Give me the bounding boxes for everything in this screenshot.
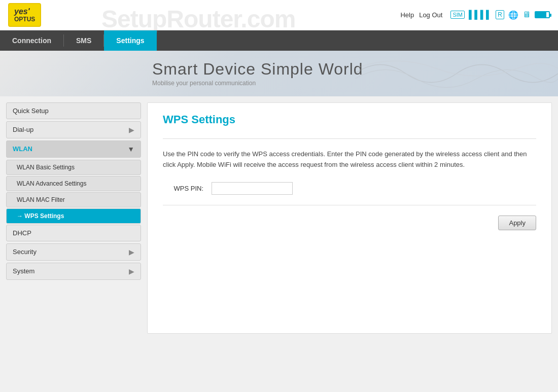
globe-icon: 🌐	[508, 10, 518, 20]
sidebar-item-dialup[interactable]: Dial-up ▶	[6, 121, 141, 138]
banner: Smart Device Simple World Mobilise your …	[0, 51, 558, 96]
sidebar-label-quick-setup: Quick Setup	[13, 107, 49, 115]
nav-bar: Connection SMS Settings	[0, 30, 558, 51]
signal-icon: ▌▌▌▌	[469, 10, 492, 19]
battery-icon	[535, 11, 550, 18]
description-text: Use the PIN code to verify the WPS acces…	[163, 149, 536, 170]
sidebar-subitem-wlan-basic[interactable]: WLAN Basic Settings	[6, 160, 141, 175]
logo-area: yes' OPTUS	[8, 3, 41, 27]
nav-sms[interactable]: SMS	[64, 30, 103, 51]
top-right: Help Log Out SIM ▌▌▌▌ R 🌐 🖥	[400, 10, 550, 20]
sidebar-item-security[interactable]: Security ▶	[6, 243, 141, 261]
sidebar-label-wlan: WLAN	[13, 145, 32, 153]
content-wrapper: Quick Setup Dial-up ▶ WLAN ▼ WLAN Basic …	[0, 96, 558, 340]
nav-settings[interactable]: Settings	[104, 30, 156, 51]
button-row: Apply	[163, 216, 536, 230]
page-divider	[163, 138, 536, 139]
security-arrow-icon: ▶	[129, 248, 134, 256]
logo-optus: OPTUS	[14, 16, 35, 23]
sidebar-subitem-wps-settings[interactable]: WPS Settings	[6, 208, 141, 224]
help-link[interactable]: Help	[400, 11, 414, 19]
wps-pin-label: WPS PIN:	[163, 185, 203, 192]
roaming-icon: R	[496, 10, 504, 19]
banner-wave	[355, 51, 558, 96]
sidebar-label-dialup: Dial-up	[13, 126, 33, 133]
wps-pin-row: WPS PIN:	[163, 182, 536, 195]
sidebar-item-system[interactable]: System ▶	[6, 263, 141, 280]
sidebar-label-system: System	[13, 267, 34, 275]
top-links: Help Log Out	[400, 11, 442, 19]
nav-connection[interactable]: Connection	[0, 30, 63, 51]
main-content: WPS Settings Use the PIN code to verify …	[147, 102, 552, 334]
sidebar-subitem-wlan-mac[interactable]: WLAN MAC Filter	[6, 192, 141, 207]
logout-link[interactable]: Log Out	[419, 11, 442, 19]
sim-icon: SIM	[450, 11, 465, 19]
screen-icon: 🖥	[522, 10, 531, 19]
sidebar-item-dhcp[interactable]: DHCP	[6, 225, 141, 241]
sidebar-item-wlan[interactable]: WLAN ▼	[6, 140, 141, 158]
sidebar-item-quick-setup[interactable]: Quick Setup	[6, 102, 141, 119]
dialup-arrow-icon: ▶	[129, 126, 134, 134]
system-arrow-icon: ▶	[129, 267, 134, 275]
status-icons: SIM ▌▌▌▌ R 🌐 🖥	[450, 10, 550, 20]
wps-pin-input[interactable]	[212, 182, 293, 195]
top-bar: yes' OPTUS Help Log Out SIM ▌▌▌▌ R 🌐 🖥	[0, 0, 558, 30]
sidebar: Quick Setup Dial-up ▶ WLAN ▼ WLAN Basic …	[0, 96, 147, 340]
apply-button[interactable]: Apply	[498, 216, 536, 230]
page-title: WPS Settings	[163, 113, 536, 130]
wlan-arrow-icon: ▼	[127, 145, 134, 153]
logo: yes' OPTUS	[8, 3, 41, 27]
sidebar-subitem-wlan-advanced[interactable]: WLAN Advanced Settings	[6, 176, 141, 191]
logo-yes: yes'	[14, 7, 30, 16]
sidebar-label-security: Security	[13, 248, 37, 256]
sidebar-label-dhcp: DHCP	[13, 229, 31, 237]
form-divider	[163, 205, 536, 205]
